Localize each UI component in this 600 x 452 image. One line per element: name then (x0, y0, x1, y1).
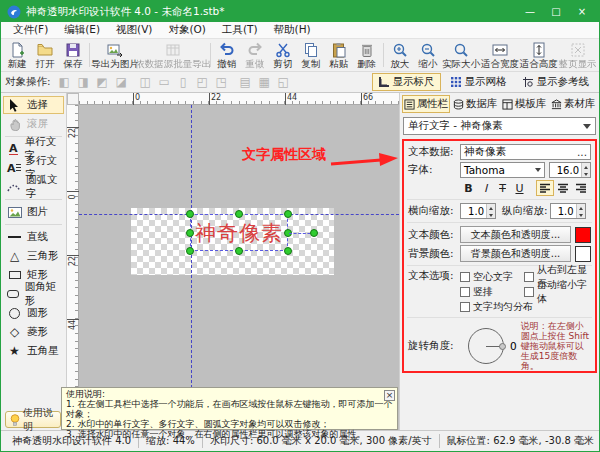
tab-materials[interactable]: 素材库 (549, 95, 597, 113)
show-guides-toggle[interactable]: 显示参考线 (516, 73, 596, 91)
checkbox-icon[interactable] (460, 272, 470, 282)
zoom-in-button[interactable]: 放大 (386, 40, 414, 70)
v-scale-spinner[interactable]: 1.0 (550, 203, 586, 219)
rotation-dial-knob[interactable] (499, 343, 506, 350)
save-disk-icon (65, 42, 81, 58)
maximize-button[interactable]: □ (543, 1, 569, 22)
resize-handle-nw[interactable] (186, 210, 194, 218)
checkbox-hollow-text[interactable]: 空心文字 (460, 269, 522, 284)
resize-handle-n[interactable] (235, 210, 243, 218)
strikethrough-button[interactable]: T (494, 180, 511, 196)
actual-size-button[interactable]: 实际大小 (442, 40, 481, 70)
fit-width-icon (492, 42, 508, 58)
underline-button[interactable]: U (511, 180, 528, 196)
tool-rounded-rectangle[interactable]: 圆角矩形 (3, 285, 64, 303)
paste-button[interactable]: 粘贴 (325, 40, 353, 70)
ruler-mark: 22 (67, 255, 79, 266)
tab-database[interactable]: 数据库 (451, 95, 499, 113)
export-image-button[interactable]: 导出为图片 (92, 40, 139, 70)
resize-handle-ne[interactable] (284, 210, 292, 218)
arc-text-icon (7, 182, 21, 192)
tool-star[interactable]: ★ 五角星 (3, 342, 64, 360)
toolbar-separator (89, 43, 90, 67)
fit-width-button[interactable]: 适合宽度 (481, 40, 520, 70)
bold-button[interactable]: B (460, 180, 477, 196)
spinner-arrows-icon[interactable] (576, 204, 585, 218)
cursor-icon (7, 99, 22, 112)
open-button[interactable]: 打开 (31, 40, 59, 70)
tab-templates[interactable]: 模板库 (500, 95, 548, 113)
usage-help-button[interactable]: 使用说明 (5, 411, 61, 428)
font-family-dropdown[interactable]: Tahoma (460, 162, 545, 178)
resize-handle-w[interactable] (186, 229, 194, 237)
tool-select[interactable]: 选择 (3, 96, 64, 114)
chevron-down-icon (583, 124, 591, 129)
paste-icon (331, 42, 347, 58)
copy-button[interactable]: 复制 (297, 40, 325, 70)
h-scale-label: 横向缩放: (408, 204, 460, 218)
h-scale-spinner[interactable]: 1.0 (460, 203, 496, 219)
bg-color-swatch (575, 246, 591, 262)
text-color-button[interactable]: 文本颜色和透明度... (460, 226, 571, 243)
minimize-button[interactable]: — (517, 1, 543, 22)
delete-button[interactable]: 删除 (353, 40, 381, 70)
object-ops-label: 对象操作: (5, 75, 51, 89)
spinner-arrows-icon[interactable] (486, 204, 495, 218)
menu-view[interactable]: 视图(V) (108, 22, 160, 38)
layer-bottom-icon: ◪ (112, 75, 131, 89)
checkbox-icon[interactable] (460, 302, 470, 312)
tool-image[interactable]: 图片 (3, 203, 64, 221)
watermark-text[interactable]: 神奇像素 (191, 215, 287, 250)
menu-tools[interactable]: 工具(T) (214, 22, 266, 38)
resize-handle-s[interactable] (235, 247, 243, 255)
fit-height-button[interactable]: 适合高度 (519, 40, 558, 70)
workspace[interactable]: 神奇像素 文字属性区域 (79, 105, 399, 430)
tool-diamond[interactable]: ◇ 菱形 (3, 323, 64, 341)
text-data-field[interactable]: 神奇像素 ... (460, 144, 591, 160)
export-image-icon (107, 42, 124, 58)
align-center-button[interactable] (554, 180, 572, 196)
tool-triangle[interactable]: △ 三角形 (3, 247, 64, 265)
save-button[interactable]: 保存 (59, 40, 87, 70)
tool-arc-text[interactable]: 圆弧文字 (3, 178, 64, 196)
selected-text-object[interactable]: 神奇像素 (190, 214, 288, 251)
checkbox-icon[interactable] (524, 272, 534, 282)
usage-help-overlay: 使用说明: 1. 在左侧工具栏中选择一个功能后，在画布区域按住鼠标左键拖动，即可… (61, 387, 398, 430)
font-size-spinner[interactable]: 16.0 (549, 162, 591, 178)
zoom-out-button[interactable]: 缩小 (414, 40, 442, 70)
align-left-button[interactable] (536, 180, 554, 196)
italic-button[interactable]: I (477, 180, 494, 196)
menu-object[interactable]: 对象(O) (160, 22, 213, 38)
object-selector-dropdown[interactable]: 单行文字 - 神奇像素 (403, 117, 596, 135)
menu-edit[interactable]: 编辑(E) (56, 22, 108, 38)
checkbox-vertical-text[interactable]: 竖排 (460, 284, 522, 299)
titlebar: 神奇透明水印设计软件 4.0 - 未命名1.stb* — □ × (1, 1, 599, 22)
cut-button[interactable]: 剪切 (269, 40, 297, 70)
checkbox-icon[interactable] (524, 287, 534, 297)
text-data-more-button[interactable]: ... (577, 146, 587, 158)
checkbox-even-distribute[interactable]: 文字均匀分布 (460, 299, 591, 314)
bg-color-button[interactable]: 背景颜色和透明度... (460, 245, 571, 262)
rotation-handle[interactable] (310, 229, 318, 237)
undo-icon (219, 42, 235, 58)
show-ruler-toggle[interactable]: 显示标尺 (372, 73, 441, 91)
help-close-button[interactable]: × (384, 390, 395, 401)
distribute-h-icon: ◰ (193, 75, 212, 89)
resize-handle-sw[interactable] (186, 247, 194, 255)
show-grid-toggle[interactable]: 显示网格 (444, 73, 513, 91)
new-button[interactable]: 新建 (3, 40, 31, 70)
rotation-dial[interactable] (468, 328, 504, 364)
tool-line[interactable]: 直线 (3, 228, 64, 246)
menu-file[interactable]: 文件(F) (5, 22, 56, 38)
tab-properties[interactable]: 属性栏 (402, 95, 450, 113)
close-button[interactable]: × (569, 1, 595, 22)
align-right-button[interactable] (572, 180, 590, 196)
open-folder-icon (37, 42, 53, 58)
spinner-arrows-icon[interactable] (581, 163, 590, 177)
checkbox-icon[interactable] (460, 287, 470, 297)
resize-handle-se[interactable] (284, 247, 292, 255)
undo-button[interactable]: 撤销 (213, 40, 241, 70)
menu-help[interactable]: 帮助(H) (266, 22, 319, 38)
ruler-mark: 0 (133, 93, 140, 105)
checkbox-auto-shrink[interactable]: 自动缩小字体 (524, 284, 591, 299)
